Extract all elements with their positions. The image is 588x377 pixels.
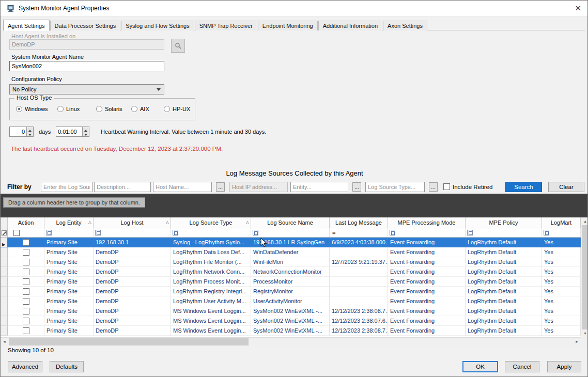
cancel-button[interactable]: Cancel <box>505 361 539 372</box>
apply-button[interactable]: Apply <box>547 361 581 372</box>
group-by-bar[interactable]: Drag a column header here to group by th… <box>1 194 588 217</box>
clear-button[interactable]: Clear <box>548 182 584 192</box>
horizontal-scrollbar-thumb[interactable] <box>9 338 249 345</box>
column-header-mpe-policy[interactable]: MPE Policy <box>466 217 542 228</box>
filter-cell-log-source-type[interactable] <box>171 228 251 237</box>
filter-icon[interactable] <box>46 230 52 235</box>
row-checkbox[interactable] <box>23 318 29 324</box>
filter-cell-action[interactable] <box>8 228 44 237</box>
tab-snmp-trap-receiver[interactable]: SNMP Trap Receiver <box>195 21 257 30</box>
column-header-log-source-name[interactable]: Log Source Name <box>251 217 330 228</box>
horizontal-scrollbar[interactable]: ◄ ► <box>1 337 581 345</box>
radio-os-aix[interactable]: AIX <box>131 105 149 113</box>
filter-cell-mpe-processing-mode[interactable] <box>388 228 466 237</box>
tab-syslog-and-flow-settings[interactable]: Syslog and Flow Settings <box>121 21 194 30</box>
spinner-arrows[interactable] <box>26 127 33 136</box>
filter-description-input[interactable] <box>94 182 151 192</box>
tab-data-processor-settings[interactable]: Data Processor Settings <box>50 21 121 30</box>
browse-host-button[interactable] <box>171 39 185 53</box>
filter-log-source-input[interactable] <box>41 182 92 192</box>
log-source-row[interactable]: Primary SiteDemoDPLogRhythm Data Loss De… <box>1 247 581 257</box>
log-source-row[interactable]: Primary SiteDemoDPMS Windows Event Loggi… <box>1 316 581 326</box>
row-checkbox[interactable] <box>23 327 29 334</box>
radio-os-hp-ux[interactable]: HP-UX <box>164 105 190 113</box>
row-checkbox[interactable] <box>23 308 29 315</box>
tab-endpoint-monitoring[interactable]: Endpoint Monitoring <box>258 21 318 30</box>
ok-button[interactable]: OK <box>462 361 498 372</box>
log-source-row[interactable]: Primary SiteDemoDPMS Windows Event Loggi… <box>1 326 581 336</box>
include-retired-checkbox[interactable] <box>443 183 450 190</box>
column-header-log-source-type[interactable]: Log Source Type△ <box>171 217 251 228</box>
scroll-down-icon[interactable]: ▼ <box>581 329 588 337</box>
row-indicator <box>1 257 8 267</box>
log-source-row[interactable]: Primary SiteDemoDPLogRhythm Network Conn… <box>1 267 581 277</box>
log-source-type-ellipsis-button[interactable]: ... <box>429 182 438 192</box>
host-name-ellipsis-button[interactable]: ... <box>216 182 225 192</box>
filter-icon[interactable] <box>253 230 258 235</box>
configuration-policy-select[interactable]: No Policy <box>9 84 164 95</box>
entity-ellipsis-button[interactable]: ... <box>352 182 361 192</box>
filter-icon[interactable] <box>173 230 178 235</box>
radio-os-linux[interactable]: Linux <box>57 105 80 113</box>
row-checkbox[interactable] <box>23 278 29 285</box>
scroll-left-icon[interactable]: ◄ <box>1 338 8 345</box>
vertical-scrollbar[interactable]: ▲ ▼ <box>581 217 588 337</box>
column-header-last-log-message[interactable]: Last Log Message <box>330 217 388 228</box>
filter-cell-log-source-name[interactable] <box>251 228 330 237</box>
log-source-row[interactable]: ▶Primary Site192.168.30.1Syslog - LogRhy… <box>1 238 581 247</box>
log-source-row[interactable]: Primary SiteDemoDPLogRhythm Registry Int… <box>1 287 581 296</box>
close-icon[interactable]: ✕ <box>575 4 581 12</box>
column-header-log-entity[interactable]: Log Entity△ <box>44 217 94 228</box>
row-checkbox[interactable] <box>23 298 29 305</box>
interval-spinner[interactable]: 0:01:00 <box>56 127 89 137</box>
radio-os-windows[interactable]: Windows <box>16 105 48 113</box>
tab-additional-information[interactable]: Additional Information <box>318 21 382 30</box>
defaults-button[interactable]: Defaults <box>50 361 84 372</box>
spin-up-icon[interactable] <box>83 127 89 132</box>
tab-axon-settings[interactable]: Axon Settings <box>383 21 427 30</box>
filter-host-name-input[interactable] <box>153 182 212 192</box>
filter-log-source-type-input[interactable] <box>365 182 425 192</box>
column-header-action[interactable]: Action <box>8 217 44 228</box>
advanced-button[interactable]: Advanced <box>8 361 42 372</box>
vertical-scrollbar-thumb[interactable] <box>582 225 588 329</box>
filter-icon[interactable] <box>544 230 549 235</box>
row-checkbox[interactable] <box>23 249 29 256</box>
column-header-logmart[interactable]: LogMart <box>542 217 581 228</box>
tab-agent-settings[interactable]: Agent Settings <box>3 20 50 31</box>
spinner-arrows[interactable] <box>82 127 89 136</box>
filter-cell-log-entity[interactable] <box>44 228 94 237</box>
filter-cell-log-host[interactable] <box>94 228 171 237</box>
column-header-log-host[interactable]: Log Host△ <box>94 217 171 228</box>
filter-entity-input[interactable] <box>290 182 348 192</box>
row-checkbox[interactable] <box>23 288 29 295</box>
heartbeat-hint: Heartbeat Warning Interval. Value betwee… <box>101 129 266 135</box>
spin-up-icon[interactable] <box>27 127 33 132</box>
row-checkbox[interactable] <box>23 269 29 275</box>
scroll-right-icon[interactable]: ► <box>573 338 581 345</box>
agent-name-input[interactable] <box>9 61 164 71</box>
radio-os-solaris[interactable]: Solaris <box>96 105 122 113</box>
column-header-mpe-processing-mode[interactable]: MPE Processing Mode <box>388 217 466 228</box>
spin-down-icon[interactable] <box>27 132 33 137</box>
filter-cell-last-log-message[interactable]: = <box>330 228 388 237</box>
log-source-row[interactable]: Primary SiteDemoDPLogRhythm Process Moni… <box>1 277 581 287</box>
search-button[interactable]: Search <box>505 182 542 192</box>
filter-cell-mpe-policy[interactable] <box>466 228 542 237</box>
filter-icon[interactable] <box>467 230 473 235</box>
select-all-checkbox[interactable] <box>13 230 20 236</box>
log-source-row[interactable]: Primary SiteDemoDPLogRhythm User Activit… <box>1 296 581 306</box>
row-checkbox[interactable] <box>23 239 29 246</box>
row-checkbox[interactable] <box>23 259 29 265</box>
days-spinner[interactable]: 0 <box>9 127 34 137</box>
filter-icon[interactable] <box>95 230 101 235</box>
log-source-row[interactable]: Primary SiteDemoDPLogRhythm File Monitor… <box>1 257 581 267</box>
log-source-row[interactable]: Primary SiteDemoDPMS Windows Event Loggi… <box>1 306 581 316</box>
filter-cell-logmart[interactable] <box>542 228 581 237</box>
equals-filter-icon[interactable]: = <box>332 230 335 236</box>
scroll-up-icon[interactable]: ▲ <box>581 217 588 225</box>
cell-last <box>330 267 388 277</box>
filter-icon[interactable] <box>390 230 395 235</box>
cell-name: WinDataDefender <box>251 247 330 257</box>
spin-down-icon[interactable] <box>83 132 89 137</box>
